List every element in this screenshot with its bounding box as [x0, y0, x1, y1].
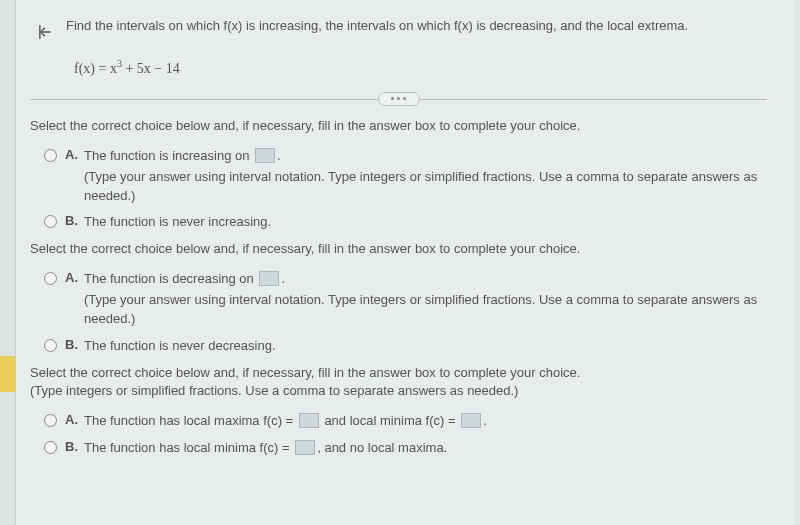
expand-pill[interactable]	[378, 92, 420, 106]
back-button[interactable]	[30, 18, 58, 46]
highlight-marker	[0, 356, 16, 392]
option-text: .	[483, 413, 487, 428]
radio-button[interactable]	[44, 339, 57, 352]
option-text: .	[281, 271, 285, 286]
option-text: The function is decreasing on	[84, 271, 257, 286]
question-header: Find the intervals on which f(x) is incr…	[30, 10, 767, 46]
option-text: The function has local minima f(c) =	[84, 440, 293, 455]
block-instruction: Select the correct choice below and, if …	[30, 240, 767, 258]
option-letter: A.	[65, 412, 78, 427]
question-prompt: Find the intervals on which f(x) is incr…	[66, 10, 767, 36]
section-divider	[30, 91, 767, 107]
option-row: B.The function has local minima f(c) = ,…	[44, 439, 767, 458]
option-body: The function is decreasing on .(Type you…	[84, 270, 767, 329]
question-formula: f(x) = x3 + 5x − 14	[74, 58, 767, 77]
block-instruction: Select the correct choice below and, if …	[30, 364, 767, 400]
option-row: B.The function is never decreasing.	[44, 337, 767, 356]
option-text: The function has local maxima f(c) =	[84, 413, 297, 428]
answer-blank[interactable]	[299, 413, 319, 428]
radio-button[interactable]	[44, 414, 57, 427]
radio-button[interactable]	[44, 441, 57, 454]
option-hint: (Type your answer using interval notatio…	[84, 168, 767, 206]
answer-blocks: Select the correct choice below and, if …	[30, 117, 767, 458]
option-text: The function is increasing on	[84, 148, 253, 163]
option-letter: B.	[65, 213, 78, 228]
answer-blank[interactable]	[461, 413, 481, 428]
arrow-left-bar-icon	[34, 22, 54, 42]
option-text: , and no local maxima.	[317, 440, 447, 455]
option-body: The function is increasing on .(Type you…	[84, 147, 767, 206]
option-row: A.The function is increasing on .(Type y…	[44, 147, 767, 206]
radio-button[interactable]	[44, 149, 57, 162]
option-letter: B.	[65, 439, 78, 454]
answer-blank[interactable]	[295, 440, 315, 455]
question-page: Find the intervals on which f(x) is incr…	[15, 0, 795, 525]
option-text: and local minima f(c) =	[321, 413, 459, 428]
option-row: B.The function is never increasing.	[44, 213, 767, 232]
option-letter: A.	[65, 270, 78, 285]
option-body: The function has local minima f(c) = , a…	[84, 439, 767, 458]
answer-blank[interactable]	[259, 271, 279, 286]
option-letter: A.	[65, 147, 78, 162]
radio-button[interactable]	[44, 215, 57, 228]
option-body: The function has local maxima f(c) = and…	[84, 412, 767, 431]
option-letter: B.	[65, 337, 78, 352]
option-body: The function is never decreasing.	[84, 337, 767, 356]
block-instruction: Select the correct choice below and, if …	[30, 117, 767, 135]
option-text: The function is never decreasing.	[84, 338, 276, 353]
option-text: .	[277, 148, 281, 163]
option-row: A.The function is decreasing on .(Type y…	[44, 270, 767, 329]
radio-button[interactable]	[44, 272, 57, 285]
option-text: The function is never increasing.	[84, 214, 271, 229]
option-hint: (Type your answer using interval notatio…	[84, 291, 767, 329]
option-body: The function is never increasing.	[84, 213, 767, 232]
answer-blank[interactable]	[255, 148, 275, 163]
option-row: A.The function has local maxima f(c) = a…	[44, 412, 767, 431]
